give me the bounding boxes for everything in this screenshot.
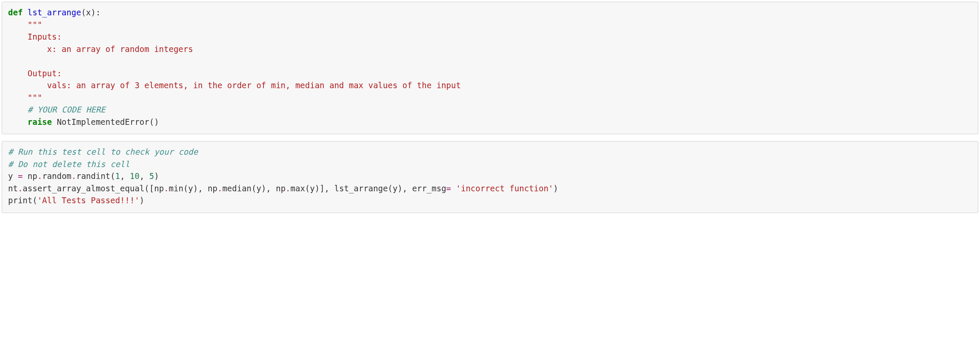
code-text: random [42, 171, 71, 181]
string-literal: 'incorrect function' [456, 184, 554, 193]
comment-line: # Run this test cell to check your code [8, 147, 198, 156]
operator-assign: = [446, 184, 451, 193]
keyword-def: def [8, 8, 23, 17]
raise-expression: NotImplementedError() [52, 117, 159, 127]
code-text: ) [553, 184, 558, 193]
space [23, 8, 27, 17]
number-literal: 5 [149, 171, 154, 181]
docstring-close: """ [8, 93, 42, 102]
operator-dot: . [217, 184, 222, 193]
code-text: np [23, 171, 37, 181]
keyword-raise: raise [28, 117, 52, 127]
space [451, 184, 456, 193]
signature: (x): [81, 8, 101, 17]
code-text: randint( [76, 171, 115, 181]
docstring-open: """ [8, 20, 42, 29]
code-text: ) [154, 171, 159, 181]
operator-dot: . [164, 184, 169, 193]
operator-assign: = [18, 171, 23, 181]
docstring-line: Inputs: [8, 32, 62, 41]
code-text: nt [8, 184, 18, 193]
code-cell-2: # Run this test cell to check your code … [2, 141, 978, 213]
string-literal: 'All Tests Passed!!!' [37, 196, 140, 205]
code-text: assert_array_almost_equal([np [23, 184, 164, 193]
operator-dot: . [71, 171, 76, 181]
code-text: median(y), np [222, 184, 286, 193]
operator-dot: . [37, 171, 42, 181]
code-text: , [140, 171, 149, 181]
code-cell-1: def lst_arrange(x): """ Inputs: x: an ar… [2, 2, 978, 134]
docstring-line: vals: an array of 3 elements, in the ord… [8, 81, 461, 90]
comment-your-code-here: # YOUR CODE HERE [8, 105, 106, 114]
operator-dot: . [18, 184, 23, 193]
number-literal: 1 [115, 171, 120, 181]
code-text: min(y), np [169, 184, 217, 193]
code-text: print( [8, 196, 37, 205]
operator-dot: . [286, 184, 290, 193]
code-text: ) [140, 196, 144, 205]
indent [8, 117, 28, 127]
function-name: lst_arrange [28, 8, 81, 17]
code-text: , [120, 171, 130, 181]
number-literal: 10 [130, 171, 140, 181]
docstring-line: Output: [8, 69, 62, 78]
code-text: y [8, 171, 18, 181]
docstring-line: x: an array of random integers [8, 44, 193, 54]
comment-line: # Do not delete this cell [8, 159, 130, 169]
code-text: max(y)], lst_arrange(y), err_msg [291, 184, 446, 193]
